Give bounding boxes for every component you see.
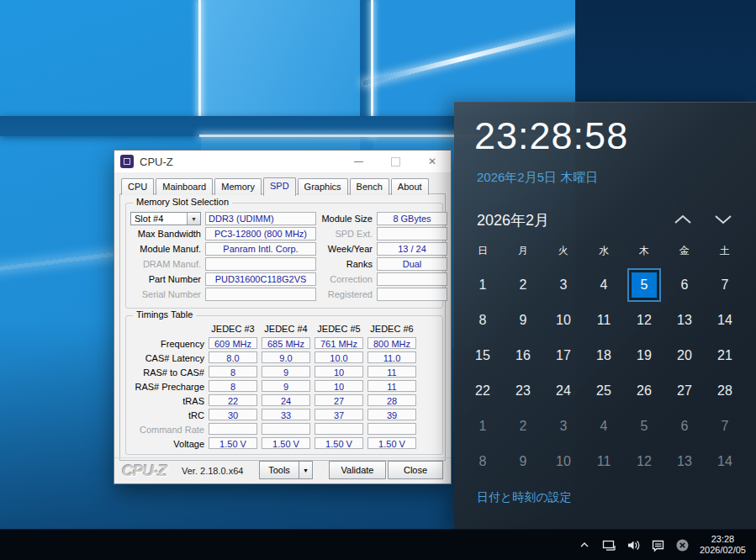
taskbar[interactable]: 23:28 2026/02/05 <box>0 529 756 560</box>
tab-about[interactable]: About <box>391 178 429 195</box>
calendar-day[interactable]: 10 <box>543 444 584 479</box>
calendar-day[interactable]: 15 <box>463 338 503 373</box>
calendar-day[interactable]: 1 <box>463 267 503 303</box>
action-center-icon[interactable] <box>651 538 665 552</box>
date-time-settings-link[interactable]: 日付と時刻の設定 <box>477 490 572 505</box>
tray-clock[interactable]: 23:28 2026/02/05 <box>700 534 746 556</box>
calendar-day-number: 7 <box>712 272 737 298</box>
timings-grid: JEDEC #3JEDEC #4JEDEC #5JEDEC #6Frequenc… <box>130 323 438 449</box>
tab-mainboard[interactable]: Mainboard <box>156 178 213 195</box>
calendar-day[interactable]: 4 <box>584 267 624 303</box>
calendar-day[interactable]: 17 <box>543 338 584 373</box>
calendar-day[interactable]: 14 <box>705 303 745 338</box>
calendar-day[interactable]: 22 <box>463 373 503 409</box>
close-button[interactable]: Close <box>388 461 443 479</box>
tools-dropdown-icon[interactable]: ▼ <box>299 461 313 479</box>
tools-button[interactable]: Tools <box>259 461 299 479</box>
timings-cell: 1.50 V <box>209 437 257 449</box>
tab-spd[interactable]: SPD <box>263 177 296 196</box>
calendar-day[interactable]: 13 <box>664 303 705 338</box>
clock-calendar-flyout: 23:28:58 2026年2月5日 木曜日 2026年2月 日月火水木金土 1… <box>454 102 756 531</box>
field-label: Max Bandwidth <box>130 227 201 240</box>
calendar-day-number: 15 <box>470 343 495 368</box>
network-icon[interactable] <box>602 538 616 552</box>
calendar-day[interactable]: 3 <box>543 409 584 444</box>
timings-cell: 1.50 V <box>262 437 310 449</box>
timings-row-label: tRAS <box>130 394 204 406</box>
calendar-day[interactable]: 24 <box>543 373 584 409</box>
calendar-day[interactable]: 18 <box>584 338 624 373</box>
calendar-day[interactable]: 5 <box>624 267 664 303</box>
cpuz-logo: CPU-Z <box>122 462 167 480</box>
calendar-day[interactable]: 5 <box>624 409 664 444</box>
calendar-day[interactable]: 8 <box>463 303 503 338</box>
memory-info-grid: Slot #4▼DDR3 (UDIMM)Module Size8 GBytesM… <box>130 212 438 301</box>
timings-column-header: JEDEC #6 <box>367 323 416 335</box>
calendar-month-label[interactable]: 2026年2月 <box>477 210 549 230</box>
status-x-icon[interactable] <box>675 538 690 552</box>
tab-graphics[interactable]: Graphics <box>298 178 348 195</box>
minimize-button[interactable] <box>340 151 377 172</box>
current-time: 23:28:58 <box>474 114 628 158</box>
calendar-day[interactable]: 7 <box>705 409 745 444</box>
calendar-day-number: 26 <box>632 378 657 404</box>
calendar-day[interactable]: 6 <box>664 267 705 303</box>
cpuz-titlebar[interactable]: CPU-Z ✕ <box>114 151 451 172</box>
calendar-day-number: 10 <box>551 449 576 474</box>
calendar-day[interactable]: 27 <box>664 373 705 409</box>
calendar-day[interactable]: 4 <box>584 409 624 444</box>
volume-icon[interactable] <box>626 538 641 552</box>
calendar-day[interactable]: 13 <box>664 444 705 479</box>
calendar-day[interactable]: 20 <box>664 338 705 373</box>
calendar-day-number: 1 <box>470 414 495 439</box>
calendar-day[interactable]: 2 <box>503 409 543 444</box>
calendar-day[interactable]: 21 <box>705 338 745 373</box>
tab-bench[interactable]: Bench <box>350 178 389 195</box>
calendar-day-number: 6 <box>672 414 697 439</box>
tab-cpu[interactable]: CPU <box>121 178 154 195</box>
timings-cell: 27 <box>315 394 363 406</box>
field-label: DRAM Manuf. <box>130 257 201 271</box>
timings-cell <box>262 423 310 435</box>
close-icon[interactable]: ✕ <box>414 151 451 172</box>
calendar-day[interactable]: 25 <box>584 373 624 409</box>
calendar-day[interactable]: 1 <box>463 409 503 444</box>
timings-cell: 39 <box>367 409 416 420</box>
calendar-day[interactable]: 12 <box>624 303 664 338</box>
timings-cell <box>367 423 416 435</box>
current-date: 2026年2月5日 木曜日 <box>477 170 598 186</box>
calendar-day[interactable]: 3 <box>543 267 584 303</box>
calendar-day[interactable]: 8 <box>463 444 503 479</box>
calendar-day[interactable]: 23 <box>503 373 543 409</box>
chevron-down-icon[interactable]: ▼ <box>187 213 200 225</box>
calendar-day[interactable]: 10 <box>543 303 584 338</box>
window-title: CPU-Z <box>140 156 173 168</box>
calendar-day[interactable]: 19 <box>624 338 664 373</box>
calendar-day[interactable]: 2 <box>503 267 543 303</box>
calendar-day[interactable]: 16 <box>503 338 543 373</box>
tab-memory[interactable]: Memory <box>214 178 262 195</box>
field-label: Module Manuf. <box>130 242 201 256</box>
calendar-day[interactable]: 11 <box>584 444 624 479</box>
calendar-day[interactable]: 11 <box>584 303 624 338</box>
timings-column-header: JEDEC #4 <box>262 323 310 335</box>
calendar-day[interactable]: 9 <box>503 444 543 479</box>
calendar-day[interactable]: 7 <box>705 267 745 303</box>
wallpaper-pane <box>373 0 575 118</box>
calendar-day[interactable]: 9 <box>503 303 543 338</box>
calendar-day[interactable]: 6 <box>664 409 705 444</box>
calendar-next-icon[interactable] <box>711 210 735 229</box>
chevron-up-icon[interactable] <box>578 538 592 552</box>
timings-cell <box>315 423 363 435</box>
calendar-day[interactable]: 28 <box>705 373 745 409</box>
calendar-day[interactable]: 26 <box>624 373 664 409</box>
memory-slot-selector[interactable]: Slot #4▼ <box>130 212 201 225</box>
calendar-day-grid: 1234567891011121314151617181920212223242… <box>463 267 745 479</box>
calendar-day-number: 14 <box>712 308 737 333</box>
calendar-day[interactable]: 14 <box>705 444 745 479</box>
timings-cell: 800 MHz <box>367 337 416 349</box>
field-label: SPD Ext. <box>320 227 373 240</box>
calendar-day[interactable]: 12 <box>624 444 664 479</box>
calendar-prev-icon[interactable] <box>671 210 695 229</box>
validate-button[interactable]: Validate <box>329 461 386 479</box>
